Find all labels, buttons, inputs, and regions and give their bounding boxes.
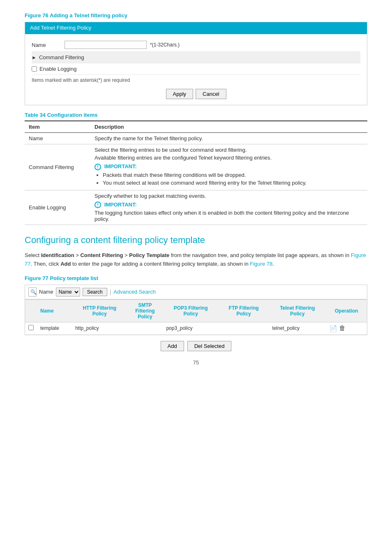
- form-buttons: Apply Cancel: [32, 86, 360, 101]
- item-enable-logging: Enable Logging: [25, 190, 90, 225]
- search-icon-box: 🔍: [28, 287, 37, 297]
- row-telnet: telnet_policy: [269, 322, 326, 334]
- col-ftp: FTP FilteringPolicy: [219, 299, 269, 322]
- desc-name: Specify the name for the Telnet filterin…: [90, 133, 367, 144]
- name-label: Name: [32, 42, 65, 48]
- table-row: Enable Logging Specify whether to log pa…: [25, 190, 367, 225]
- col-pop3: POP3 FilteringPolicy: [163, 299, 219, 322]
- col-name: Name: [37, 299, 72, 322]
- add-button[interactable]: Add: [161, 341, 184, 351]
- row-name: template: [37, 322, 72, 334]
- required-note: Items marked with an asterisk(*) are req…: [32, 75, 360, 86]
- desc-enable-logging: Specify whether to log packet matching e…: [90, 190, 367, 225]
- triangle-icon: ►: [32, 55, 37, 60]
- edit-icon[interactable]: 📄: [329, 324, 337, 332]
- section-heading: Configuring a content filtering policy t…: [25, 235, 367, 246]
- table-row: template http_policy pop3_policy telnet_…: [25, 322, 367, 334]
- important-label-2: IMPORTANT:: [104, 202, 137, 208]
- figure78-link[interactable]: Figure 78: [250, 261, 272, 267]
- row-smtp: [127, 322, 163, 334]
- col-checkbox: [25, 299, 37, 322]
- command-filtering-label: Command Filtering: [39, 54, 84, 60]
- config-table: Item Description Name Specify the name f…: [25, 121, 367, 225]
- enable-logging-row: Enable Logging: [32, 63, 360, 75]
- col-description: Description: [90, 121, 367, 133]
- name-row: Name *(1-32Chars.): [32, 38, 360, 52]
- policy-table: Name HTTP FilteringPolicy SMTPFilteringP…: [25, 299, 367, 335]
- policy-list-container: 🔍 Name Name Search | Advanced Search Nam…: [25, 285, 367, 335]
- bottom-buttons: Add Del Selected: [25, 341, 367, 351]
- advanced-search-link[interactable]: Advanced Search: [113, 289, 156, 295]
- row-select-checkbox[interactable]: [28, 325, 34, 330]
- figure77-caption: Figure 77 Policy template list: [25, 275, 367, 281]
- col-http: HTTP FilteringPolicy: [72, 299, 127, 322]
- important-icon-2: !: [95, 202, 101, 208]
- command-filtering-bullets: Packets that match these filtering condi…: [95, 172, 363, 186]
- col-operation: Operation: [326, 299, 367, 322]
- desc-command-filtering: Select the filtering entries to be used …: [90, 144, 367, 190]
- col-item: Item: [25, 121, 90, 133]
- pipe-divider: |: [110, 289, 111, 295]
- row-checkbox: [25, 322, 37, 334]
- intro-paragraph: Select Identification > Content Filterin…: [25, 251, 367, 269]
- enable-logging-label: Enable Logging: [39, 66, 76, 72]
- search-bar: 🔍 Name Name Search | Advanced Search: [25, 285, 367, 299]
- item-command-filtering: Command Filtering: [25, 144, 90, 190]
- delete-icon[interactable]: 🗑: [339, 324, 346, 332]
- name-input[interactable]: [65, 41, 147, 49]
- search-name-label: Name: [39, 289, 53, 295]
- row-operation: 📄 🗑: [326, 322, 367, 334]
- del-selected-button[interactable]: Del Selected: [187, 341, 232, 351]
- figure77-link[interactable]: Figure 77: [25, 252, 366, 267]
- important-icon: !: [95, 164, 101, 170]
- figure76-caption: Figure 76 Adding a Telnet filtering poli…: [25, 12, 367, 19]
- item-name: Name: [25, 133, 90, 144]
- row-http: http_policy: [72, 322, 127, 334]
- operation-icons: 📄 🗑: [329, 324, 364, 332]
- magnify-icon: 🔍: [30, 289, 37, 295]
- important-label: IMPORTANT:: [104, 163, 137, 169]
- add-telnet-form: Add Telnet Filtering Policy Name *(1-32C…: [25, 22, 367, 105]
- search-select[interactable]: Name: [56, 287, 80, 297]
- name-hint: *(1-32Chars.): [150, 42, 180, 48]
- form-header: Add Telnet Filtering Policy: [25, 22, 367, 33]
- apply-button[interactable]: Apply: [166, 89, 194, 99]
- row-pop3: pop3_policy: [163, 322, 219, 334]
- search-button[interactable]: Search: [83, 288, 107, 296]
- cancel-button[interactable]: Cancel: [196, 89, 226, 99]
- enable-logging-checkbox[interactable]: [32, 66, 37, 72]
- table-row: Command Filtering Select the filtering e…: [25, 144, 367, 190]
- command-filtering-row: ► Command Filtering: [32, 52, 360, 63]
- col-smtp: SMTPFilteringPolicy: [127, 299, 163, 322]
- table-row: Name Specify the name for the Telnet fil…: [25, 133, 367, 144]
- table34-caption: Table 34 Configuration items: [25, 112, 367, 118]
- col-telnet: Telnet FilteringPolicy: [269, 299, 326, 322]
- row-ftp: [219, 322, 269, 334]
- page-number: 75: [25, 359, 367, 366]
